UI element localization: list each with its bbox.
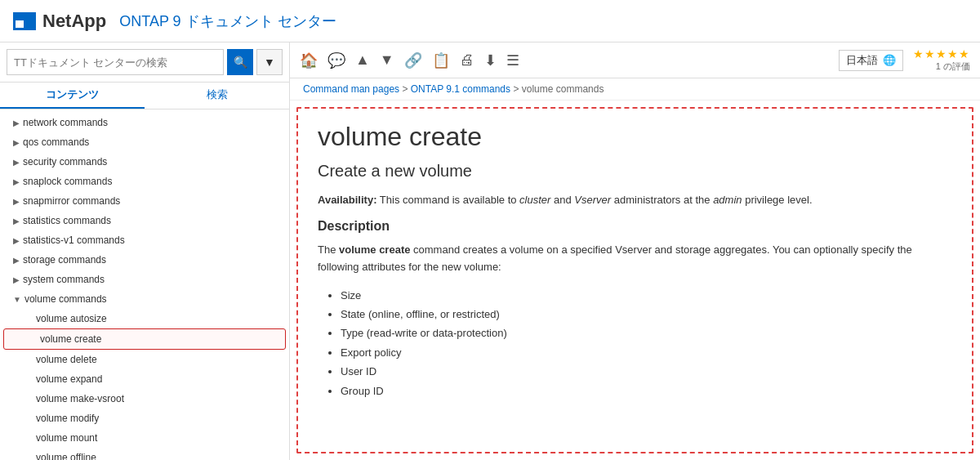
arrow-right-icon: ▶: [13, 117, 20, 129]
nav-item-label: volume expand: [36, 372, 102, 386]
nav-item-label: volume offline: [36, 450, 96, 460]
nav-item[interactable]: volume create: [3, 328, 286, 350]
breadcrumb-sep1: >: [402, 83, 410, 95]
availability-line: Availability: This command is available …: [318, 194, 952, 206]
desc-cmd: volume create: [339, 243, 410, 256]
arrow-right-icon: ▶: [13, 254, 20, 266]
nav-item[interactable]: ▶ statistics-v1 commands: [0, 230, 289, 250]
nav-item[interactable]: ▶ qos commands: [0, 132, 289, 152]
tab-search[interactable]: 検索: [145, 83, 289, 109]
tab-contents[interactable]: コンテンツ: [0, 83, 145, 109]
nav-item[interactable]: ▶ storage commands: [0, 250, 289, 270]
breadcrumb: Command man pages > ONTAP 9.1 commands >…: [290, 78, 980, 100]
stars[interactable]: ★★★★★: [913, 47, 970, 60]
description-text: The volume create command creates a volu…: [318, 242, 952, 276]
arrow-right-icon: ▶: [13, 215, 20, 227]
nav-item-label: network commands: [23, 115, 108, 130]
menu-icon[interactable]: ☰: [506, 51, 519, 69]
nav-item[interactable]: volume delete: [0, 350, 289, 369]
search-input[interactable]: [7, 49, 224, 75]
nav-item-label: snapmirror commands: [23, 194, 120, 208]
nav-item[interactable]: ▶ snapmirror commands: [0, 191, 289, 211]
globe-icon: 🌐: [883, 54, 896, 66]
home-icon[interactable]: 🏠: [300, 51, 318, 69]
nav-item[interactable]: volume modify: [0, 409, 289, 428]
sidebar: 🔍 ▼ コンテンツ 検索 ▶ network commands▶ qos com…: [0, 42, 290, 460]
arrow-down-icon: ▼: [13, 293, 21, 306]
nav-item-label: storage commands: [23, 252, 106, 267]
availability-admin: admin: [713, 194, 742, 206]
nav-item[interactable]: ▶ security commands: [0, 152, 289, 172]
breadcrumb-part3: volume commands: [522, 83, 604, 95]
bullet-item: Type (read-write or data-protection): [341, 324, 952, 342]
page-main-title: volume create: [318, 122, 952, 152]
nav-item[interactable]: volume expand: [0, 369, 289, 389]
bullet-item: State (online, offline, or restricted): [341, 305, 952, 324]
sidebar-tabs: コンテンツ 検索: [0, 83, 289, 109]
nav-item-label: volume autosize: [36, 311, 107, 326]
arrow-right-icon: ▶: [13, 274, 20, 286]
nav-item[interactable]: volume mount: [0, 428, 289, 448]
search-area: 🔍 ▼: [0, 42, 289, 83]
nav-item[interactable]: volume make-vsroot: [0, 389, 289, 409]
nav-item-label: volume commands: [24, 292, 107, 306]
nav-item[interactable]: ▼ volume commands: [0, 289, 289, 309]
nav-item[interactable]: volume autosize: [0, 309, 289, 328]
bullet-item: Export policy: [341, 343, 952, 362]
lang-selector[interactable]: 日本語 🌐: [839, 50, 903, 71]
nav-item[interactable]: ▶ network commands: [0, 113, 289, 132]
prev-icon[interactable]: ▲: [355, 51, 370, 69]
next-icon[interactable]: ▼: [380, 51, 394, 69]
logo-text: NetApp: [42, 11, 106, 32]
availability-cluster: cluster: [519, 194, 550, 206]
clipboard-icon[interactable]: 📋: [432, 51, 450, 69]
print-icon[interactable]: 🖨: [460, 51, 474, 69]
page-subtitle: Create a new volume: [318, 162, 952, 181]
content-area: 🏠 💬 ▲ ▼ 🔗 📋 🖨 ⬇ ☰ 日本語 🌐 ★★★★★ 1 の評価 Comm…: [290, 42, 980, 460]
filter-button[interactable]: ▼: [256, 49, 283, 75]
breadcrumb-part1[interactable]: Command man pages: [303, 83, 399, 95]
nav-item-label: statistics-v1 commands: [23, 233, 125, 248]
availability-label: Availability:: [318, 194, 376, 206]
sidebar-nav: ▶ network commands▶ qos commands▶ securi…: [0, 109, 289, 460]
header: NetApp ONTAP 9 ドキュメント センター: [0, 0, 980, 42]
arrow-right-icon: ▶: [13, 136, 20, 149]
nav-item-label: volume delete: [36, 352, 97, 367]
download-icon[interactable]: ⬇: [484, 51, 497, 69]
nav-item-label: security commands: [23, 154, 107, 169]
toolbar: 🏠 💬 ▲ ▼ 🔗 📋 🖨 ⬇ ☰ 日本語 🌐 ★★★★★ 1 の評価: [290, 42, 980, 78]
logo-area: NetApp ONTAP 9 ドキュメント センター: [13, 11, 336, 32]
nav-item-label: volume create: [40, 332, 101, 346]
nav-item[interactable]: volume offline: [0, 448, 289, 460]
nav-item-label: system commands: [23, 272, 105, 287]
bullet-item: User ID: [341, 362, 952, 381]
description-title: Description: [318, 219, 952, 234]
search-button[interactable]: 🔍: [227, 49, 253, 75]
bullet-list: SizeState (online, offline, or restricte…: [318, 286, 952, 400]
nav-item-label: snaplock commands: [23, 174, 112, 189]
link-icon[interactable]: 🔗: [404, 51, 422, 69]
svg-rect-2: [16, 15, 24, 20]
arrow-right-icon: ▶: [13, 156, 20, 168]
rating-area: ★★★★★ 1 の評価: [913, 47, 970, 73]
nav-item-label: statistics commands: [23, 213, 111, 228]
lang-text: 日本語: [846, 53, 878, 68]
bullet-item: Group ID: [341, 382, 952, 400]
availability-vserver: Vserver: [574, 194, 611, 206]
nav-item[interactable]: ▶ snaplock commands: [0, 172, 289, 191]
main-layout: 🔍 ▼ コンテンツ 検索 ▶ network commands▶ qos com…: [0, 42, 980, 460]
nav-item-label: qos commands: [23, 135, 89, 150]
arrow-right-icon: ▶: [13, 176, 20, 188]
comment-icon[interactable]: 💬: [327, 51, 345, 69]
nav-item-label: volume mount: [36, 431, 97, 445]
breadcrumb-sep2: >: [513, 83, 521, 95]
nav-item[interactable]: ▶ system commands: [0, 270, 289, 289]
nav-item[interactable]: ▶ statistics commands: [0, 211, 289, 230]
arrow-right-icon: ▶: [13, 195, 20, 208]
netapp-logo-icon: [13, 12, 36, 30]
site-title: ONTAP 9 ドキュメント センター: [119, 11, 336, 31]
breadcrumb-part2[interactable]: ONTAP 9.1 commands: [411, 83, 510, 95]
rating-label: 1 の評価: [936, 60, 970, 73]
doc-content: volume create Create a new volume Availa…: [296, 107, 973, 453]
nav-item-label: volume make-vsroot: [36, 391, 124, 406]
